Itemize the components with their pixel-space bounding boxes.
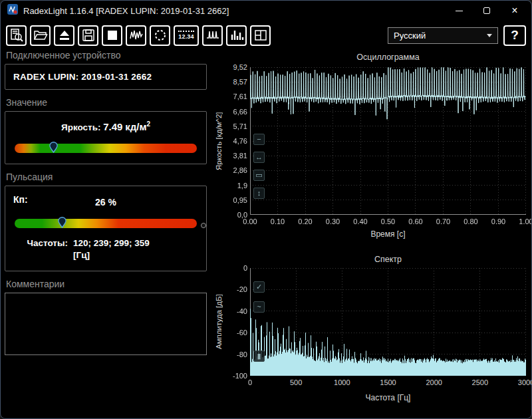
frequencies-value: 120; 239; 299; 359 [Гц] (73, 237, 150, 261)
pulse-wave-icon (205, 28, 220, 43)
report-layout-button[interactable] (250, 25, 271, 46)
eject-icon (57, 28, 72, 43)
x-tick-label: 1.00 (519, 217, 532, 225)
value-section-header: Значение (6, 97, 207, 108)
frequencies-row: Частоты: 120; 239; 299; 359 [Гц] (13, 237, 198, 261)
close-icon: × (511, 5, 517, 16)
app-window: RadexLight 1.16.4 [RADEX LUPIN: 2019-01-… (0, 0, 532, 419)
spectrum-x-axis-label: Частота [Гц] (250, 393, 526, 402)
x-tick-label: 0.00 (243, 217, 257, 225)
spectrum-chart: Спектр Амплитуда [дБ] ✓~▮ Частота [Гц] 0… (212, 255, 530, 404)
pulsation-scale-bar (15, 219, 197, 228)
digits-icon: 12.34 (178, 31, 194, 40)
language-select-value: Русский (394, 31, 426, 41)
spectrum-button[interactable] (226, 25, 247, 46)
comments-input[interactable] (5, 293, 207, 355)
kp-label: Кп: (13, 194, 28, 205)
pulsation-marker (58, 217, 66, 228)
pulsation-section-header: Пульсация (6, 172, 207, 182)
oscillogram-y-axis-label: Яркость [кд/м^2] (213, 67, 224, 215)
stop-button[interactable] (102, 25, 122, 46)
report-layout-icon (253, 28, 268, 43)
eject-device-button[interactable] (54, 25, 74, 46)
x-tick-label: 1000 (334, 378, 350, 386)
open-file-button[interactable] (30, 25, 51, 46)
window-controls: × (445, 1, 529, 21)
titlebar[interactable]: RadexLight 1.16.4 [RADEX LUPIN: 2019-01-… (1, 1, 531, 21)
pulsation-box: Кп: 26 % Частоты: 120; 239; 299; 359 [Гц… (5, 186, 207, 271)
chart-tool-h-scroll-button[interactable]: ↔ (253, 152, 265, 163)
chart-tool-check-button[interactable]: ✓ (253, 281, 265, 293)
x-tick-label: 0.90 (491, 217, 505, 225)
minimize-icon (456, 11, 463, 11)
chart-tool-minus-button[interactable]: − (253, 134, 265, 145)
spectrum-canvas[interactable] (250, 268, 526, 376)
x-tick-label: 0 (248, 378, 252, 386)
x-tick-label: 0.30 (326, 217, 340, 225)
oscillogram-x-axis-label: Время [с] (250, 229, 526, 239)
chart-tool-wave-button[interactable]: ~ (253, 301, 265, 313)
spectrum-y-axis-label: Амплитуда [дБ] (213, 268, 224, 376)
x-tick-label: 0.20 (298, 217, 312, 225)
magnifier-document-icon (9, 28, 24, 43)
luminance-value: 7.49 (103, 121, 122, 132)
save-button[interactable] (78, 25, 98, 46)
toolbar-right: Русский ? (388, 25, 526, 46)
window-title: RadexLight 1.16.4 [RADEX LUPIN: 2019-01-… (23, 6, 229, 16)
noise-signal-button[interactable] (126, 25, 146, 46)
record-button[interactable] (150, 25, 170, 46)
histogram-icon (229, 28, 244, 43)
x-tick-label: 3000 (518, 378, 532, 386)
maximize-icon (483, 7, 490, 14)
device-section-header: Подключенное устройство (6, 50, 207, 61)
connected-device-box: RADEX LUPIN: 2019-01-31 2662 (5, 64, 207, 90)
device-name: RADEX LUPIN: 2019-01-31 2662 (13, 72, 152, 82)
stop-square-icon (105, 28, 120, 43)
panel-splitter-handle[interactable] (201, 223, 206, 228)
luminance-value-line: Яркость: 7.49 кд/м2 (13, 120, 198, 132)
oscillogram-canvas[interactable] (250, 67, 526, 215)
dashed-circle-icon (153, 28, 168, 43)
comments-section-header: Комментарии (6, 279, 207, 289)
spectrum-title: Спектр (250, 255, 526, 264)
x-tick-label: 0.80 (464, 217, 477, 225)
language-select[interactable]: Русский (388, 27, 498, 44)
chart-tool-solid-bar-button[interactable]: ▮ (253, 350, 265, 362)
oscillogram-title: Осциллограмма (250, 53, 526, 62)
chart-tool-v-scroll-button[interactable]: ↕ (253, 188, 265, 199)
noise-wave-icon (129, 28, 144, 43)
oscillogram-chart: Осциллограмма Яркость [кд/м^2] −↔▭↕ Врем… (212, 53, 530, 240)
x-tick-label: 500 (290, 378, 302, 386)
x-tick-label: 0.60 (408, 217, 422, 225)
x-tick-label: 2500 (472, 378, 488, 386)
toolbar: 12.34 Русский ? (1, 23, 531, 48)
preview-button[interactable] (6, 25, 27, 46)
close-button[interactable]: × (501, 1, 529, 21)
toolbar-buttons: 12.34 (6, 25, 271, 46)
oscillogram-button[interactable] (202, 25, 223, 46)
numeric-display-button[interactable]: 12.34 (174, 25, 199, 46)
value-box: Яркость: 7.49 кд/м2 (5, 111, 207, 164)
x-tick-label: 2000 (426, 378, 442, 386)
help-button[interactable]: ? (503, 25, 526, 46)
chart-tool-frame-button[interactable]: ▭ (253, 170, 265, 181)
floppy-disk-icon (81, 28, 96, 43)
open-folder-icon (33, 28, 48, 43)
frequencies-label: Частоты: (13, 237, 68, 261)
x-tick-label: 0.40 (353, 217, 367, 225)
luminance-scale-bar (15, 144, 197, 153)
app-icon (7, 4, 18, 17)
luminance-label: Яркость: (61, 122, 101, 132)
kp-value: 26 % (13, 197, 198, 208)
luminance-marker (49, 142, 58, 153)
minimize-button[interactable] (445, 1, 473, 21)
x-tick-label: 0.10 (271, 217, 285, 225)
maximize-button[interactable] (473, 1, 501, 21)
left-panel: Подключенное устройство RADEX LUPIN: 201… (5, 47, 207, 358)
chevron-down-icon (487, 34, 492, 37)
luminance-unit: кд/м2 (125, 121, 150, 132)
spectrum-plot: ✓~▮ (250, 268, 526, 376)
oscillogram-plot: −↔▭↕ (250, 67, 526, 215)
x-tick-label: 0.50 (381, 217, 395, 225)
x-tick-label: 1500 (380, 378, 396, 386)
